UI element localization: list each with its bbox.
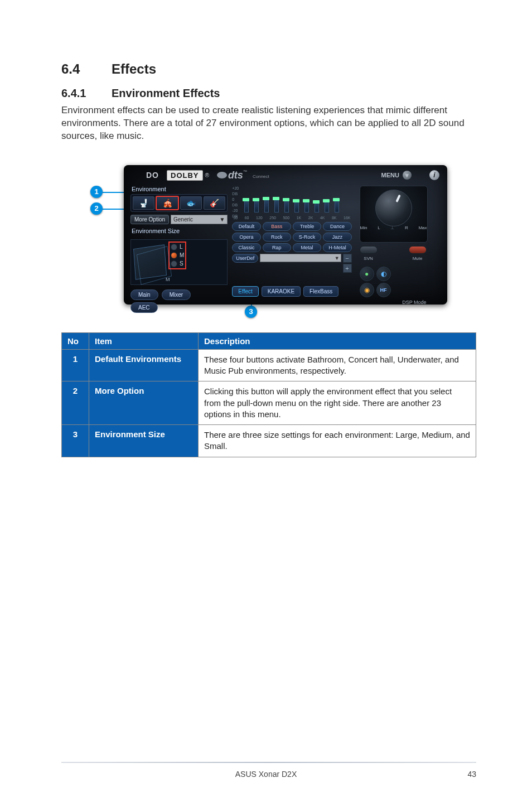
env-bathroom-button[interactable]: 🚽	[133, 196, 154, 210]
section-heading: 6.4Effects	[61, 61, 476, 77]
section-title-text: Effects	[112, 61, 156, 76]
eq-freq-scale: 3060 120250 5001K 2K4K 8K16K	[232, 216, 351, 220]
dsp-mode-icons: ● ◐	[360, 267, 443, 281]
row1-item: Default Environments	[89, 349, 199, 381]
size-l-label: L	[180, 244, 183, 250]
subsection-heading: 6.4.1Environment Effects	[61, 87, 476, 100]
row3-no: 3	[62, 425, 89, 457]
size-s-label: S	[180, 260, 183, 267]
th-description: Description	[199, 332, 476, 349]
tab-effect[interactable]: Effect	[232, 286, 258, 297]
registered-mark: ®	[205, 172, 209, 178]
info-icon[interactable]: i	[429, 170, 439, 180]
userdef-remove-button[interactable]: −	[343, 254, 352, 263]
menu-dropdown-icon: ▾	[403, 171, 412, 180]
subsection-number: 6.4.1	[61, 87, 112, 100]
userdef-dropdown[interactable]: ▼	[260, 254, 341, 262]
row2-desc: Clicking this button will apply the envi…	[199, 381, 476, 425]
dts-logo: dts	[228, 170, 243, 181]
brand-bar: DO DOLBY ® dts ™ Connect MENU ▾ i	[124, 165, 447, 183]
env-size-label: Environment Size	[130, 226, 228, 236]
env-size-m-marker: M	[166, 277, 170, 282]
radio-icon	[171, 252, 177, 259]
menu-label: MENU	[381, 172, 399, 178]
tm-mark: ™	[243, 170, 247, 173]
preset-opera[interactable]: Opera	[232, 233, 260, 241]
callout-badge-2: 2	[90, 202, 103, 215]
callout-badge-1: 1	[90, 186, 103, 198]
row2-no: 2	[62, 381, 89, 425]
description-table: No Item Description 1 Default Environmen…	[61, 332, 476, 457]
tab-flexbass[interactable]: FlexBass	[303, 286, 338, 297]
knob-max: Max	[418, 225, 427, 230]
menu-button[interactable]: MENU ▾	[381, 171, 412, 180]
preset-hmetal[interactable]: H-Metal	[323, 243, 351, 252]
dsp-mode-label: DSP Mode	[360, 299, 427, 305]
dsp-mode-hf-icon[interactable]: HF	[376, 283, 391, 297]
table-row: 2 More Option Clicking this button will …	[62, 381, 476, 425]
dts-connect-label: Connect	[253, 174, 269, 179]
th-item: Item	[89, 332, 199, 349]
eq-preset-grid: Default Bass Treble Dance Opera Rock S-R…	[232, 222, 351, 252]
preset-metal[interactable]: Metal	[293, 243, 321, 252]
app-screenshot: 1 2 3 DO DOLBY ® dts ™ Connect MENU ▾ i	[90, 165, 447, 316]
more-option-button[interactable]: More Option	[130, 215, 169, 224]
environment-preset-row: 🚽 🎪 🐟 🎸	[130, 194, 228, 212]
dts-disc-icon	[217, 172, 227, 178]
mute-toggle[interactable]	[409, 246, 427, 254]
dsp-mode-3-icon[interactable]: ◉	[360, 283, 374, 297]
preset-rock[interactable]: Rock	[263, 233, 291, 241]
knob-l: L	[378, 225, 380, 230]
preset-default[interactable]: Default	[232, 222, 260, 231]
tab-mixer[interactable]: Mixer	[162, 289, 191, 300]
preset-classic[interactable]: Classic	[232, 243, 260, 252]
mute-label: Mute	[413, 256, 423, 261]
env-pub-button[interactable]: 🎸	[204, 196, 225, 210]
volume-knob-box: Min L ⊥ R Max	[360, 186, 428, 243]
knob-r: R	[405, 225, 408, 230]
preset-rap[interactable]: Rap	[263, 243, 291, 252]
env-concert-button[interactable]: 🎪	[156, 196, 178, 210]
env-size-cube-icon	[133, 244, 167, 279]
subsection-title-text: Environment Effects	[112, 87, 220, 99]
env-size-medium[interactable]: M	[171, 252, 184, 259]
preset-dance[interactable]: Dance	[323, 222, 351, 231]
table-header-row: No Item Description	[62, 332, 476, 349]
preset-userdef[interactable]: UserDef	[232, 254, 258, 263]
row3-desc: There are three size settings for each e…	[199, 425, 476, 457]
tab-karaoke[interactable]: KARAOKE	[262, 286, 301, 297]
env-size-large[interactable]: L	[171, 244, 184, 250]
env-size-small[interactable]: S	[171, 260, 184, 267]
env-size-box: M L M S	[130, 239, 228, 285]
tab-aec[interactable]: AEC	[130, 302, 158, 313]
tab-main[interactable]: Main	[130, 289, 158, 300]
environment-label: Environment	[130, 185, 228, 194]
radio-icon	[171, 244, 177, 250]
row2-item: More Option	[89, 381, 199, 425]
preset-bass[interactable]: Bass	[263, 222, 291, 231]
row1-desc: These four buttons activate Bathroom, Co…	[199, 349, 476, 381]
equalizer[interactable]: +20DB 0DB -20DB	[232, 186, 351, 216]
footer-rule	[61, 762, 476, 763]
dolby-logo: DOLBY	[167, 170, 203, 181]
preset-treble[interactable]: Treble	[293, 222, 321, 231]
more-option-dropdown[interactable]: Generic ▼	[171, 215, 228, 224]
table-row: 1 Default Environments These four button…	[62, 349, 476, 381]
footer-page-number: 43	[467, 770, 476, 779]
preset-srock[interactable]: S-Rock	[293, 233, 321, 241]
xonar-panel: DO DOLBY ® dts ™ Connect MENU ▾ i Envi	[124, 165, 447, 305]
th-no: No	[62, 332, 89, 349]
userdef-add-button[interactable]: +	[343, 264, 352, 273]
eq-db-scale: +20DB 0DB -20DB	[232, 186, 239, 219]
env-underwater-button[interactable]: 🐟	[180, 196, 202, 210]
row1-no: 1	[62, 349, 89, 381]
footer-product: ASUS Xonar D2X	[0, 770, 532, 779]
table-row: 3 Environment Size There are three size …	[62, 425, 476, 457]
volume-knob[interactable]	[375, 190, 412, 226]
dsp-mode-2-icon[interactable]: ◐	[376, 267, 391, 281]
intro-paragraph: Environment effects can be used to creat…	[61, 104, 476, 143]
preset-jazz[interactable]: Jazz	[323, 233, 351, 241]
dsp-mode-1-icon[interactable]: ●	[360, 267, 374, 281]
svn-label: SVN	[364, 256, 373, 261]
svn-toggle[interactable]	[360, 246, 378, 254]
